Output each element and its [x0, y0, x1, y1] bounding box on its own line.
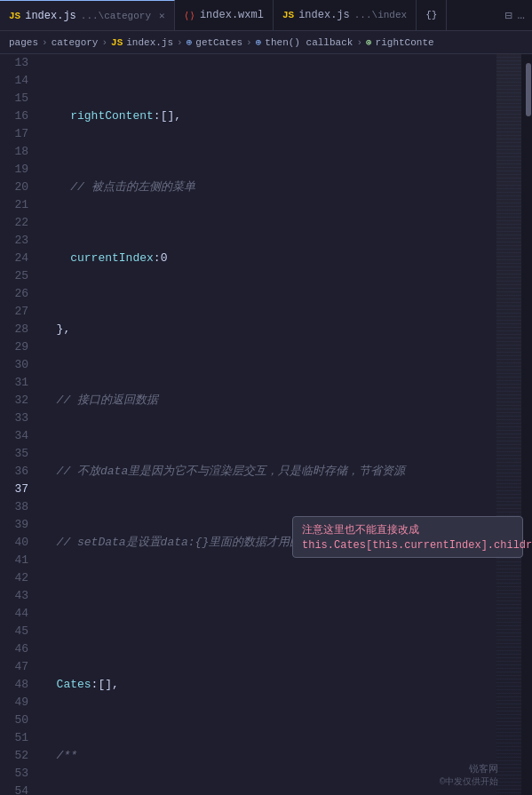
editor-container: JS index.js ...\category ✕ ⟨⟩ index.wxml… — [0, 0, 532, 795]
tab-label-1: index.js — [25, 10, 76, 22]
code-line-18: // 不放data里是因为它不与渲染层交互，只是临时存储，节省资源 — [43, 463, 496, 481]
vertical-scrollbar[interactable] — [525, 54, 532, 795]
more-actions-icon[interactable]: … — [518, 8, 525, 22]
tab-bar: JS index.js ...\category ✕ ⟨⟩ index.wxml… — [0, 0, 532, 31]
code-line-13: rightContent:[], — [43, 107, 496, 125]
xml-icon: ⟨⟩ — [184, 10, 195, 21]
breadcrumb: pages › category › JS index.js › ⊕ getCa… — [0, 31, 532, 54]
code-line-17: // 接口的返回数据 — [43, 392, 496, 409]
code-line-20 — [43, 605, 496, 623]
scrollbar-thumb[interactable] — [526, 63, 531, 116]
tab-label-2: index.wxml — [200, 9, 264, 21]
tab-actions: ⊟ … — [497, 8, 532, 23]
code-line-15: currentIndex:0 — [43, 250, 496, 267]
code-area: 13 14 15 16 17 18 19 20 21 22 23 24 25 2… — [0, 54, 532, 795]
tab-path-1: ...\category — [81, 11, 151, 21]
tooltip-line2: this.Cates[this.currentIndex].children — [302, 539, 513, 552]
code-content[interactable]: rightContent:[], // 被点击的左侧的菜单 currentInd… — [36, 54, 496, 795]
tab-obj[interactable]: {} — [417, 0, 447, 31]
code-line-14: // 被点击的左侧的菜单 — [43, 179, 496, 196]
code-line-21: Cates:[], — [43, 676, 496, 694]
breadcrumb-pages: pages — [9, 37, 38, 48]
tab-label-3: index.js — [298, 9, 350, 21]
tab-index-category[interactable]: JS index.js ...\category ✕ — [0, 0, 175, 31]
tab-index-wxml[interactable]: ⟨⟩ index.wxml — [175, 0, 274, 31]
line-numbers: 13 14 15 16 17 18 19 20 21 22 23 24 25 2… — [0, 54, 36, 795]
tooltip-box: 注意这里也不能直接改成 this.Cates[this.currentIndex… — [292, 516, 523, 558]
close-tab-1[interactable]: ✕ — [159, 10, 165, 21]
watermark: 锐客网 ©中发仅供开始 — [440, 762, 498, 788]
tab-path-3: ...\index — [354, 10, 407, 20]
split-editor-icon[interactable]: ⊟ — [504, 8, 512, 23]
tooltip-line1: 注意这里也不能直接改成 — [302, 522, 513, 537]
breadcrumb-file: index.js — [126, 37, 173, 48]
breadcrumb-then: then() callback — [265, 37, 353, 48]
breadcrumb-category: category — [52, 37, 99, 48]
code-line-22: /** — [43, 747, 496, 765]
js-icon-1: JS — [9, 11, 20, 21]
obj-icon: {} — [425, 10, 437, 20]
code-line-16: }, — [43, 321, 496, 338]
js-icon-2: JS — [282, 10, 294, 20]
minimap[interactable] — [496, 54, 525, 795]
tab-index-js[interactable]: JS index.js ...\index — [274, 0, 417, 31]
breadcrumb-rightcontent: rightConte — [376, 37, 434, 48]
breadcrumb-getcates: getCates — [195, 37, 242, 48]
